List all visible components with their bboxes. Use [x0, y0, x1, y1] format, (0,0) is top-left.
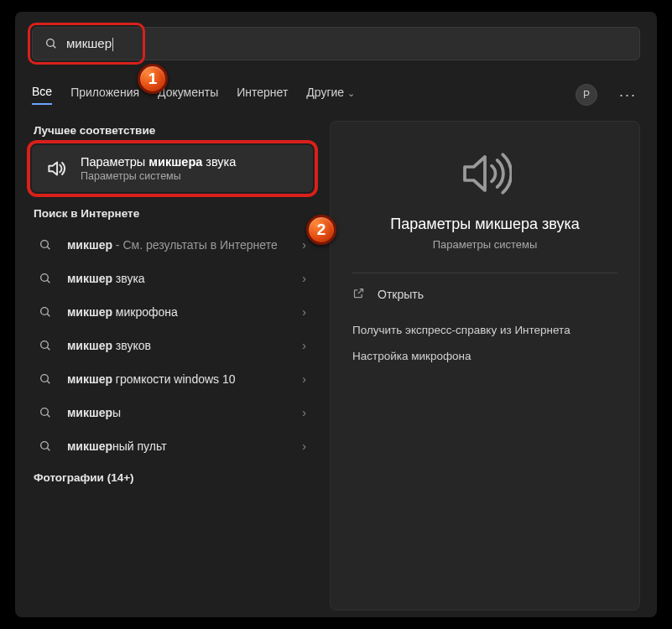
- help-link-mic[interactable]: Настройка микрофона: [352, 350, 617, 362]
- chevron-right-icon: ›: [302, 238, 306, 252]
- chevron-right-icon: ›: [302, 439, 306, 453]
- svg-point-3: [41, 241, 49, 248]
- tab-more[interactable]: Другие⌄: [306, 86, 355, 104]
- svg-line-8: [47, 314, 49, 316]
- search-icon: [35, 238, 55, 252]
- svg-point-7: [41, 308, 49, 315]
- chevron-right-icon: ›: [302, 372, 306, 386]
- tab-documents[interactable]: Документы: [158, 86, 218, 104]
- help-header: Получить экспресс-справку из Интернета: [352, 324, 617, 336]
- avatar[interactable]: P: [576, 84, 597, 106]
- open-action[interactable]: Открыть: [352, 280, 617, 309]
- web-result-row[interactable]: микшер громкости windows 10›: [32, 362, 313, 396]
- svg-point-11: [41, 375, 49, 382]
- search-icon: [35, 339, 55, 352]
- web-result-row[interactable]: микшер звуков›: [32, 329, 313, 362]
- svg-line-16: [47, 448, 49, 450]
- web-result-row[interactable]: микшер - См. результаты в Интернете›: [32, 228, 313, 262]
- svg-line-4: [47, 247, 49, 249]
- svg-line-12: [47, 381, 49, 383]
- divider: [352, 273, 617, 273]
- tab-web[interactable]: Интернет: [237, 86, 288, 104]
- more-options-button[interactable]: ···: [616, 86, 640, 104]
- svg-line-1: [53, 45, 55, 48]
- chevron-right-icon: ›: [302, 339, 306, 352]
- tab-apps[interactable]: Приложения: [70, 86, 139, 104]
- speaker-icon: [44, 158, 69, 179]
- chevron-right-icon: ›: [302, 272, 306, 285]
- web-result-text: микшер - См. результаты в Интернете: [67, 237, 290, 253]
- web-result-text: микшер звуков: [67, 338, 290, 354]
- svg-marker-17: [465, 157, 485, 190]
- chevron-down-icon: ⌄: [347, 88, 355, 98]
- chevron-right-icon: ›: [302, 406, 306, 419]
- svg-point-15: [41, 442, 49, 450]
- web-result-row[interactable]: микшер микрофона›: [32, 295, 313, 329]
- chevron-right-icon: ›: [302, 305, 306, 319]
- preview-title: Параметры микшера звука: [352, 216, 617, 233]
- svg-line-10: [47, 347, 49, 350]
- svg-point-9: [41, 341, 49, 349]
- search-bar[interactable]: микшер: [32, 27, 640, 60]
- web-result-row[interactable]: микшерный пульт›: [32, 429, 313, 463]
- search-icon: [35, 272, 55, 285]
- search-icon: [35, 372, 55, 386]
- preview-pane: Параметры микшера звука Параметры систем…: [330, 121, 640, 611]
- svg-marker-2: [49, 162, 57, 174]
- best-match-header: Лучшее соответствие: [34, 124, 313, 137]
- svg-line-6: [47, 280, 49, 283]
- svg-point-13: [41, 408, 49, 416]
- web-result-text: микшерный пульт: [67, 439, 290, 455]
- tab-all[interactable]: Все: [32, 85, 52, 105]
- svg-point-5: [41, 274, 49, 282]
- web-search-header: Поиск в Интернете: [34, 207, 313, 220]
- speaker-icon-large: [352, 147, 617, 200]
- results-column: Лучшее соответствие Параметр: [32, 121, 313, 611]
- web-result-text: микшеры: [67, 405, 290, 421]
- search-icon: [35, 439, 55, 453]
- preview-subtitle: Параметры системы: [352, 238, 617, 251]
- best-match-subtitle: Параметры системы: [81, 170, 236, 182]
- search-icon: [35, 406, 55, 419]
- search-icon: [35, 305, 55, 319]
- best-match-result[interactable]: Параметры микшера звука Параметры систем…: [32, 145, 313, 192]
- web-result-row[interactable]: микшер звука›: [32, 262, 313, 295]
- tabs-row: Все Приложения Документы Интернет Другие…: [32, 84, 640, 106]
- best-match-title: Параметры микшера звука: [81, 155, 236, 169]
- svg-point-0: [47, 39, 55, 47]
- web-result-row[interactable]: микшеры›: [32, 396, 313, 429]
- search-input[interactable]: микшер: [66, 36, 628, 51]
- web-result-text: микшер микрофона: [67, 304, 290, 320]
- search-icon: [44, 37, 58, 50]
- web-result-text: микшер звука: [67, 271, 290, 287]
- photos-header[interactable]: Фотографии (14+): [34, 471, 313, 484]
- svg-line-14: [47, 414, 49, 417]
- open-icon: [352, 287, 367, 302]
- web-result-text: микшер громкости windows 10: [67, 372, 290, 387]
